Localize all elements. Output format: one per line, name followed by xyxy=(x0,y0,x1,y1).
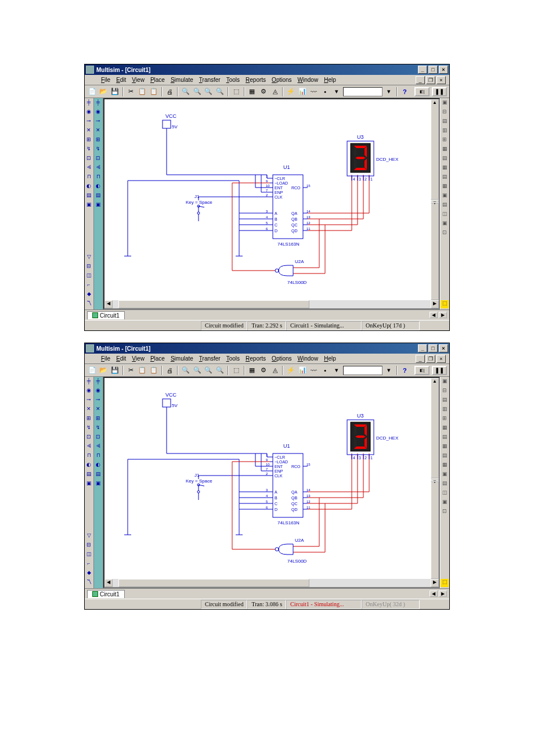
instrument-btn[interactable]: ▥ xyxy=(441,127,449,135)
toolbar-btn[interactable]: ⚡ xyxy=(286,365,296,376)
menu-reports[interactable]: Reports xyxy=(246,355,266,362)
mdi-close[interactable]: × xyxy=(436,355,446,363)
toolbar-btn[interactable]: • xyxy=(320,87,330,97)
tab-scroll-right[interactable]: ▶ xyxy=(439,591,447,597)
instrument-btn[interactable]: ▦ xyxy=(441,146,449,154)
palette-btn[interactable]: ⫷ xyxy=(94,164,102,172)
palette-btn[interactable]: ✕ xyxy=(85,406,93,414)
toolbar-btn[interactable]: 🔍 xyxy=(215,87,225,97)
toolbar-btn[interactable]: ⬚ xyxy=(231,87,241,97)
menu-place[interactable]: Place xyxy=(150,355,165,362)
vertical-scrollbar[interactable]: ▲▼ xyxy=(431,378,439,579)
instrument-btn[interactable]: ▤ xyxy=(441,434,449,442)
toolbar-btn[interactable]: 🔍 xyxy=(204,365,214,376)
toolbar-btn[interactable]: 📂 xyxy=(99,87,109,97)
mdi-restore[interactable]: ❐ xyxy=(426,355,435,363)
toolbar-btn[interactable]: 📋 xyxy=(149,87,159,97)
palette-btn[interactable]: ⊟ xyxy=(85,263,93,271)
palette-btn[interactable]: ⊞ xyxy=(94,415,102,423)
horizontal-scrollbar[interactable]: ◀▶ xyxy=(104,579,439,587)
menu-options[interactable]: Options xyxy=(272,77,291,83)
toolbar-btn[interactable]: ◬ xyxy=(270,87,280,97)
toolbar-btn[interactable]: 🔍 xyxy=(181,87,191,97)
palette-btn[interactable]: ▣ xyxy=(85,480,93,488)
palette-btn[interactable]: ◆ xyxy=(85,570,93,578)
menu-file[interactable]: File xyxy=(101,355,110,362)
menu-edit[interactable]: Edit xyxy=(116,355,126,362)
toolbar-btn[interactable]: ▾ xyxy=(331,87,342,97)
schematic-canvas[interactable]: VCC5VJ1Key = SpaceU174LS163N~CLR1~LOAD9E… xyxy=(104,99,430,297)
palette-btn[interactable]: ↯ xyxy=(94,146,102,154)
palette-btn[interactable]: ◫ xyxy=(85,551,93,559)
palette-btn[interactable]: ⊸ xyxy=(94,118,102,126)
toolbar-btn[interactable]: 🖨 xyxy=(165,87,175,97)
palette-btn[interactable]: ◉ xyxy=(94,109,102,117)
mdi-close[interactable]: × xyxy=(436,76,446,84)
toolbar-btn[interactable]: ✂ xyxy=(126,365,136,376)
toolbar-btn[interactable]: ◬ xyxy=(270,365,280,376)
palette-btn[interactable]: ◉ xyxy=(94,387,102,395)
instrument-btn[interactable]: ▤ xyxy=(441,155,449,163)
mdi-restore[interactable]: ❐ xyxy=(426,76,435,84)
instrument-btn[interactable]: ▤ xyxy=(441,480,449,488)
toolbar-btn[interactable]: 〰 xyxy=(309,365,319,376)
instrument-btn[interactable]: ▤ xyxy=(441,452,449,460)
palette-btn[interactable]: ▽ xyxy=(85,254,93,262)
menu-simulate[interactable]: Simulate xyxy=(171,77,193,83)
vertical-scrollbar[interactable]: ▲▼ xyxy=(431,99,439,300)
mdi-minimize[interactable]: _ xyxy=(416,355,425,363)
close-button[interactable]: × xyxy=(439,66,448,74)
menu-tools[interactable]: Tools xyxy=(226,77,240,83)
help-button[interactable]: ? xyxy=(400,87,410,97)
palette-btn[interactable]: ⊸ xyxy=(85,118,93,126)
instrument-btn[interactable]: ▦ xyxy=(441,424,449,433)
menu-edit[interactable]: Edit xyxy=(116,77,126,83)
maximize-button[interactable]: □ xyxy=(428,344,438,352)
palette-btn[interactable]: ▽ xyxy=(85,532,93,541)
menu-simulate[interactable]: Simulate xyxy=(171,355,193,362)
toolbar-btn[interactable]: 📊 xyxy=(297,87,308,97)
palette-btn[interactable]: ⫷ xyxy=(85,164,93,172)
schematic-canvas[interactable]: VCC5VJ1Key = SpaceU174LS163N~CLR1~LOAD9E… xyxy=(104,378,430,575)
menu-view[interactable]: View xyxy=(132,355,145,362)
toolbar-btn[interactable]: 📋 xyxy=(138,365,148,376)
menu-transfer[interactable]: Transfer xyxy=(199,355,221,362)
toolbar-btn[interactable]: 📂 xyxy=(99,365,109,376)
toolbar-btn[interactable]: ⚙ xyxy=(258,87,269,97)
palette-btn[interactable]: ⊸ xyxy=(94,397,102,405)
instrument-btn[interactable]: ◫ xyxy=(441,489,449,498)
palette-btn[interactable]: ◐ xyxy=(85,462,93,470)
palette-btn[interactable]: ▣ xyxy=(94,480,102,488)
tab-scroll-right[interactable]: ▶ xyxy=(439,312,447,318)
instrument-btn[interactable]: ▤ xyxy=(441,397,449,405)
palette-btn[interactable]: 〽 xyxy=(85,300,93,308)
toolbar-combo[interactable] xyxy=(343,87,383,96)
toolbar-btn[interactable]: 🔍 xyxy=(192,87,203,97)
instrument-btn[interactable]: ▦ xyxy=(441,183,449,191)
menu-window[interactable]: Window xyxy=(298,355,319,362)
palette-btn[interactable]: ✕ xyxy=(94,406,102,414)
palette-btn[interactable]: ◆ xyxy=(85,291,93,299)
toolbar-btn[interactable]: ▦ xyxy=(247,365,258,376)
palette-btn[interactable]: ⊡ xyxy=(85,434,93,442)
close-button[interactable]: × xyxy=(439,344,448,352)
toolbar-btn[interactable]: ▦ xyxy=(247,87,258,97)
menu-options[interactable]: Options xyxy=(272,355,291,362)
menu-window[interactable]: Window xyxy=(298,77,319,83)
palette-btn[interactable]: ▣ xyxy=(85,201,93,210)
palette-btn[interactable]: ⊞ xyxy=(94,136,102,145)
instrument-btn[interactable]: ⊡ xyxy=(441,508,449,516)
palette-btn[interactable]: ⊓ xyxy=(85,174,93,182)
palette-btn[interactable]: ╪ xyxy=(85,99,93,107)
toolbar-btn[interactable]: ⚡ xyxy=(286,87,296,97)
instrument-btn[interactable]: ▣ xyxy=(441,192,449,200)
instrument-btn[interactable]: ⊞ xyxy=(441,136,449,145)
instrument-btn[interactable]: ▣ xyxy=(441,220,449,228)
palette-btn[interactable]: ▤ xyxy=(85,471,93,479)
palette-btn[interactable]: ▤ xyxy=(85,192,93,200)
palette-btn[interactable]: ◐ xyxy=(94,183,102,191)
palette-btn[interactable]: ◐ xyxy=(85,183,93,191)
toolbar-btn[interactable]: 📄 xyxy=(87,365,98,376)
toolbar-btn[interactable]: ⬚ xyxy=(231,365,241,376)
toolbar-btn[interactable]: 🔍 xyxy=(204,87,214,97)
